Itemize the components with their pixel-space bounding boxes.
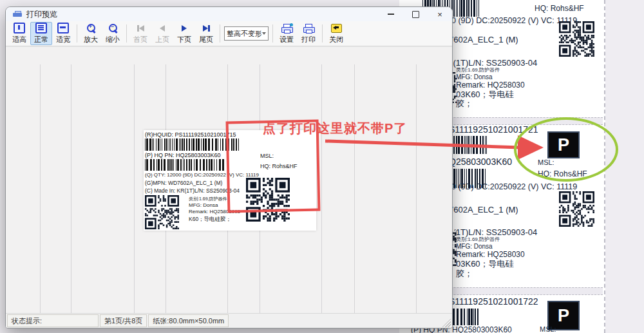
label-msl: MSL: — [538, 159, 554, 166]
preview-hquid: (R)HQUID: PS11119251021001715 — [145, 132, 236, 138]
zoom-out-icon: − — [108, 23, 118, 33]
normal-view-icon — [35, 23, 47, 33]
first-page-icon — [137, 23, 144, 33]
print-button[interactable]: 打印 — [298, 22, 319, 45]
scale-mode-value: 整高不变形 — [227, 29, 262, 39]
toolbar-separator — [220, 24, 220, 43]
label-mpn: 7602A_ELC_1 (M) — [449, 35, 518, 44]
status-bar: 状态提示: 第1页/共8页 纸张:80.0mm×50.0mm — [6, 313, 452, 328]
label-uid: S11119251021001721 — [449, 125, 538, 134]
barcode-image — [451, 309, 479, 325]
label-rohs: HQ: Rohs&HF — [535, 5, 584, 12]
page-guide-line — [321, 64, 322, 313]
preview-category: 类别:1.69,防护器件 — [189, 196, 227, 201]
label-mfg: MFG: Donsa — [456, 74, 493, 81]
toolbar-separator — [126, 24, 127, 43]
label-remark: 胶； — [456, 99, 473, 108]
qr-code-image — [559, 21, 594, 57]
qr-code-image — [559, 191, 594, 227]
label-remark: 03K60；导电硅 — [456, 90, 514, 99]
label-qty-dc: 00 (9D) DC:20250922 (V) VC: 11119 — [447, 183, 577, 191]
next-page-icon — [182, 23, 187, 33]
page-guide-line — [416, 64, 417, 313]
status-hint: 状态提示: — [7, 314, 99, 327]
settings-button[interactable]: 设置 — [276, 22, 298, 45]
prev-page-icon — [160, 23, 165, 33]
toolbar-separator — [272, 24, 273, 43]
toolbar: 适高 正常 适宽 + 放大 − 缩小 首页 上页 下页 — [6, 21, 452, 46]
label-remark: Remark: HQ258030 — [456, 81, 525, 89]
toolbar-separator — [77, 24, 77, 43]
qr-code-image — [246, 178, 290, 222]
printer-icon — [12, 10, 23, 18]
close-button[interactable]: × — [428, 7, 452, 21]
label-rohs: HQ: Rohs&HF — [538, 170, 587, 178]
label-pn: Q25803003K60 — [449, 157, 512, 166]
label-msl: MSL: — [540, 326, 556, 333]
zoom-in-button[interactable]: + 放大 — [80, 22, 102, 45]
label-remark: 胶； — [456, 269, 473, 278]
label-qty-dc: 00 (9D) DC:20250922 (V) VC: 11119 — [447, 17, 577, 25]
preview-mpn: (G)MPN: WD7602A_ELC_1 (M) — [145, 180, 222, 186]
screen: { "window": { "title": "打印预览", "controls… — [0, 0, 644, 333]
preview-remark: K60；导电硅胶； — [189, 216, 231, 222]
fit-width-button[interactable]: 适宽 — [52, 22, 74, 45]
zoom-in-icon: + — [86, 23, 96, 33]
label-lot: R(1T)L/N: SS250903-04 — [447, 228, 537, 236]
page-guide-line — [71, 64, 71, 313]
page-guide-line — [40, 64, 41, 313]
page-guide-line — [134, 64, 135, 313]
preview-canvas[interactable]: (R)HQUID: PS11119251021001715 (P) HQ PN:… — [6, 46, 452, 313]
exit-icon — [331, 23, 342, 33]
barcode-image — [145, 138, 239, 151]
window-titlebar[interactable]: 打印预览 × — [6, 7, 452, 21]
next-page-button[interactable]: 下页 — [173, 22, 195, 45]
print-preview-window: 打印预览 × 适高 正常 适宽 + 放大 − 缩小 — [5, 6, 453, 328]
preview-made-in: (C) Made In: KR(1T)L/N: SS250903-04 — [145, 188, 240, 194]
toolbar-separator — [322, 24, 323, 43]
prev-page-button[interactable]: 上页 — [151, 22, 173, 45]
preview-rohs: HQ: Rohs&HF — [260, 164, 298, 169]
label-category: 类别:1.69,防护器件 — [456, 68, 500, 73]
barcode-image — [451, 136, 487, 154]
preview-remark: Remark: HQ25803003 — [189, 209, 240, 214]
label-remark: 03K60；导电硅 — [456, 260, 514, 268]
label-lot: R(1T)L/N: SS250903-04 — [447, 59, 537, 67]
label-mpn: 7602A_ELC_1 (M) — [449, 205, 518, 214]
last-page-button[interactable]: 尾页 — [195, 22, 217, 45]
maximize-icon — [412, 11, 419, 18]
preview-label-page: (R)HQUID: PS11119251021001715 (P) HQ PN:… — [144, 130, 316, 231]
barcode-image — [145, 159, 226, 171]
fit-width-icon — [57, 23, 69, 33]
minimize-button[interactable] — [379, 7, 403, 21]
last-page-icon — [203, 23, 210, 33]
zoom-out-button[interactable]: − 缩小 — [102, 22, 124, 45]
preview-pn: (P) HQ PN: HQ25803003K60 — [145, 153, 221, 158]
scale-mode-dropdown[interactable]: 整高不变形 — [224, 26, 269, 41]
window-title: 打印预览 — [26, 9, 57, 20]
label-category: 类别:1.69,防护器件 — [456, 237, 500, 242]
maximize-button[interactable] — [403, 7, 428, 21]
chevron-down-icon — [262, 32, 266, 35]
preview-msl: MSL: — [260, 153, 274, 159]
print-icon — [303, 23, 314, 33]
preview-mfg: MFG: Donsa — [189, 203, 218, 208]
status-paper-size: 纸张:80.0mm×50.0mm — [148, 314, 229, 327]
label-uid: S11119251021001722 — [449, 297, 538, 306]
resize-grip[interactable] — [442, 318, 451, 327]
fit-height-button[interactable]: 适高 — [8, 22, 30, 45]
label-mfg: MFG: Donsa — [456, 243, 493, 250]
status-page-indicator: 第1页/共8页 — [100, 314, 147, 327]
normal-view-button[interactable]: 正常 — [30, 22, 52, 45]
minimize-icon — [388, 14, 394, 15]
settings-printer-icon — [281, 23, 292, 33]
qr-code-image — [145, 195, 179, 229]
preview-qty: (Q) QTY: 12000 (9D) DC:20250922 (V) VC: … — [145, 173, 259, 178]
label-remark: Remark: HQ258030 — [456, 251, 525, 258]
fit-height-icon — [14, 23, 25, 33]
page-guide-line — [354, 64, 355, 313]
p-marking-badge: P — [547, 131, 580, 158]
first-page-button[interactable]: 首页 — [129, 22, 151, 45]
close-preview-button[interactable]: 关闭 — [325, 22, 347, 45]
